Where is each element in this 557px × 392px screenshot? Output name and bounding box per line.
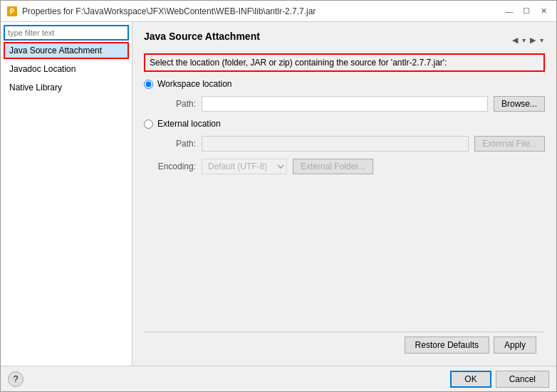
external-folder-row: Encoding: Default (UTF-8) External Folde… (157, 159, 545, 174)
footer-bar: ? OK Cancel (1, 366, 556, 391)
forward-dropdown-icon[interactable]: ▾ (538, 35, 545, 46)
forward-arrow-icon[interactable]: ▶ (529, 34, 537, 46)
filter-input[interactable] (4, 25, 129, 41)
browse-button[interactable]: Browse... (494, 96, 545, 112)
content-area: Java Source Attachment Javadoc Location … (1, 22, 556, 366)
svg-text:P: P (10, 8, 15, 16)
sidebar: Java Source Attachment Javadoc Location … (1, 22, 132, 366)
cancel-button[interactable]: Cancel (496, 371, 549, 388)
external-folder-button[interactable]: External Folder... (293, 159, 373, 174)
workspace-radio-row: Workspace location (144, 79, 545, 89)
external-path-label: Path: (157, 139, 196, 149)
sidebar-item-javadoc[interactable]: Javadoc Location (4, 60, 129, 78)
window-icon: P (6, 6, 18, 17)
minimize-button[interactable]: — (502, 5, 516, 18)
external-file-button[interactable]: External File... (474, 136, 545, 152)
external-radio[interactable] (144, 120, 153, 129)
external-path-row: Path: External File... (157, 136, 545, 152)
title-bar: P Properties for F:\JavaWorkspace\JFX\We… (1, 1, 556, 22)
external-label: External location (157, 119, 221, 129)
sidebar-item-native[interactable]: Native Library (4, 79, 129, 96)
back-arrow-icon[interactable]: ◀ (511, 34, 519, 46)
workspace-path-row: Path: Browse... (157, 96, 545, 112)
title-bar-controls: — ☐ ✕ (502, 5, 551, 18)
workspace-label: Workspace location (157, 79, 232, 89)
help-button[interactable]: ? (8, 371, 24, 387)
window-title: Properties for F:\JavaWorkspace\JFX\WebC… (22, 6, 316, 16)
panel-title: Java Source Attachment (144, 31, 260, 42)
maximize-button[interactable]: ☐ (519, 5, 533, 18)
workspace-path-label: Path: (157, 99, 196, 109)
close-button[interactable]: ✕ (536, 5, 551, 18)
encoding-select[interactable]: Default (UTF-8) (202, 159, 287, 174)
main-window: P Properties for F:\JavaWorkspace\JFX\We… (0, 0, 557, 392)
workspace-path-input[interactable] (202, 96, 488, 112)
external-path-input[interactable] (202, 136, 469, 152)
encoding-label: Encoding: (157, 161, 196, 171)
ok-button[interactable]: OK (450, 371, 491, 388)
footer-buttons: OK Cancel (450, 371, 549, 388)
apply-button[interactable]: Apply (494, 337, 536, 354)
restore-defaults-button[interactable]: Restore Defaults (405, 337, 489, 354)
back-dropdown-icon[interactable]: ▾ (521, 35, 527, 46)
external-radio-row: External location (144, 119, 545, 129)
main-panel: Java Source Attachment ◀ ▾ ▶ ▾ Select th… (132, 22, 556, 366)
form-section: Workspace location Path: Browse... Exter… (144, 79, 545, 174)
bottom-action-bar: Restore Defaults Apply (144, 332, 545, 357)
title-bar-left: P Properties for F:\JavaWorkspace\JFX\We… (6, 6, 316, 17)
workspace-radio[interactable] (144, 80, 153, 89)
sidebar-item-java-source[interactable]: Java Source Attachment (4, 42, 129, 59)
instruction-text: Select the location (folder, JAR or zip)… (144, 53, 545, 72)
